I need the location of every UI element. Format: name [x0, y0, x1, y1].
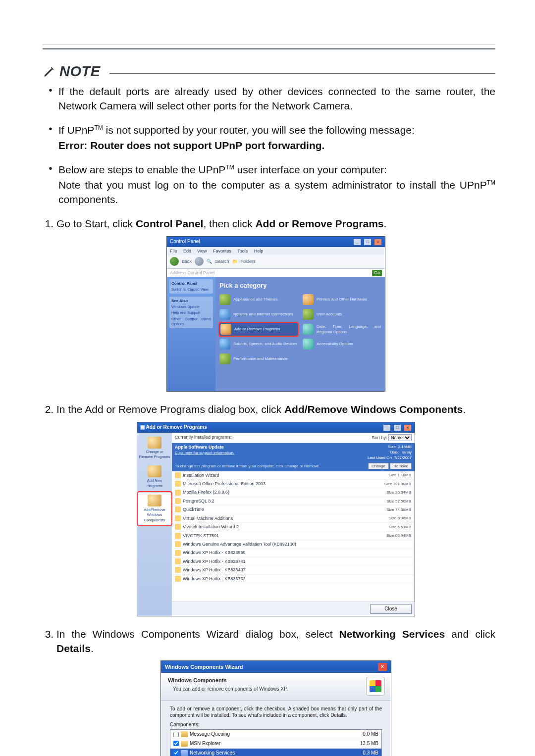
minimize-icon[interactable]: _ [383, 424, 391, 431]
program-row[interactable]: Windows XP Hotfix - KB828741 [172, 557, 414, 566]
component-row[interactable]: Networking Services0.3 MB [170, 749, 381, 756]
cat-add-remove-programs[interactable]: Add or Remove Programs [219, 323, 298, 336]
program-row[interactable]: Microsoft Office Professional Edition 20… [172, 480, 414, 488]
program-row[interactable]: Windows XP Hotfix - KB833407 [172, 566, 414, 574]
program-row[interactable]: Installation WizardSize 1.10MB [172, 471, 414, 480]
wiz-description: To add or remove a component, click the … [170, 706, 382, 718]
program-icon [175, 515, 181, 521]
arp-window-buttons: _ □ × [382, 424, 412, 431]
support-link[interactable]: Click here for support information. [175, 450, 234, 455]
cat-accessibility[interactable]: Accessibility Options [303, 338, 381, 351]
program-icon [175, 472, 181, 478]
go-button[interactable]: Go [372, 270, 382, 276]
program-icon [175, 481, 181, 487]
components-list[interactable]: Message Queuing0.0 MBMSN Explorer13.5 MB… [170, 729, 382, 756]
menu-file[interactable]: File [170, 249, 177, 253]
maximize-icon[interactable]: □ [393, 424, 401, 431]
program-name: Vivotek Installation Wizard 2 [183, 524, 239, 530]
cat-sounds[interactable]: Sounds, Speech, and Audio Devices [219, 338, 298, 351]
maximize-icon[interactable]: □ [364, 239, 372, 246]
note-rule [109, 73, 495, 74]
cat-appearance[interactable]: Appearance and Themes [219, 293, 298, 306]
cp-title: Control Panel [170, 238, 200, 245]
component-checkbox[interactable] [173, 750, 179, 756]
menu-view[interactable]: View [197, 249, 207, 253]
wiz-titlebar: Windows Components Wizard × [161, 661, 391, 673]
printers-icon [303, 294, 314, 305]
component-icon [181, 741, 188, 747]
side-add-remove-windows-comp[interactable]: Add/Remove Windows Components [138, 493, 171, 525]
component-checkbox[interactable] [173, 741, 179, 746]
program-row[interactable]: PostgreSQL 8.2Size 57.50MB [172, 497, 414, 505]
back-label[interactable]: Back [182, 258, 192, 264]
program-row[interactable]: VIVOTEK ST7501Size 66.94MB [172, 532, 414, 540]
menu-help[interactable]: Help [254, 249, 264, 253]
windows-comp-icon [148, 495, 161, 506]
cat-users[interactable]: User Accounts [303, 308, 381, 321]
cat-performance[interactable]: Performance and Maintenance [219, 353, 298, 365]
switch-classic-link[interactable]: Switch to Classic View [171, 287, 211, 292]
see-also-item[interactable]: Other Control Panel Options [171, 317, 211, 327]
program-row[interactable]: QuickTimeSize 74.39MB [172, 505, 414, 514]
close-button[interactable]: Close [370, 604, 412, 614]
search-label[interactable]: Search [215, 258, 229, 264]
component-row[interactable]: Message Queuing0.0 MB [170, 730, 381, 739]
menu-tools[interactable]: Tools [237, 249, 248, 253]
sort-by-select[interactable]: Name [388, 434, 412, 441]
close-icon[interactable]: × [374, 239, 382, 246]
forward-button-icon[interactable] [195, 257, 204, 266]
note-bullet-list: If the default ports are already used by… [43, 85, 495, 207]
pick-category-heading: Pick a category [219, 281, 381, 290]
currently-installed-label: Currently installed programs: [175, 434, 232, 441]
component-name: MSN Explorer [190, 740, 220, 747]
program-row[interactable]: Windows Genuine Advantage Validation Too… [172, 540, 414, 549]
side-change-remove[interactable]: Change or Remove Programs [138, 435, 171, 462]
change-button[interactable]: Change [368, 463, 389, 469]
cat-network[interactable]: Network and Internet Connections [219, 308, 298, 321]
arp-program-list[interactable]: Installation WizardSize 1.10MBMicrosoft … [172, 471, 415, 602]
component-size: 0.0 MB [363, 731, 378, 738]
figure-windows-components-wizard: Windows Components Wizard × Windows Comp… [160, 660, 391, 756]
cp-side-panel: Control Panel Switch to Classic View [169, 279, 213, 294]
selected-name: Apple Software Update [175, 444, 234, 450]
see-also-item[interactable]: Windows Update [171, 304, 211, 309]
program-size: Size 5.53MB [389, 524, 411, 530]
minimize-icon[interactable]: _ [353, 239, 361, 246]
program-row[interactable]: Virtual Machine AdditionsSize 0.98MB [172, 514, 414, 523]
menu-favorites[interactable]: Favorites [213, 249, 231, 253]
cat-date-time[interactable]: Date, Time, Language, and Regional Optio… [303, 323, 381, 336]
address-value[interactable]: Control Panel [188, 270, 215, 275]
program-row[interactable]: Vivotek Installation Wizard 2Size 5.53MB [172, 523, 414, 531]
program-icon [175, 576, 181, 582]
program-name: Microsoft Office Professional Edition 20… [183, 481, 266, 487]
change-remove-icon [148, 437, 161, 449]
program-row[interactable]: Mozilla Firefox (2.0.0.6)Size 20.34MB [172, 488, 414, 497]
folders-icon[interactable]: 📁 [232, 258, 238, 264]
back-button-icon[interactable] [170, 257, 179, 266]
wiz-title: Windows Components Wizard [165, 663, 243, 671]
program-size: Size 1.10MB [389, 472, 411, 478]
cp-side-header: Control Panel [171, 281, 211, 286]
steps-list: Go to Start, click Control Panel, then c… [43, 217, 495, 756]
menu-edit[interactable]: Edit [183, 249, 191, 253]
program-name: Windows Genuine Advantage Validation Too… [183, 541, 296, 547]
arp-selected-program[interactable]: Apple Software Update Click here for sup… [172, 443, 415, 461]
program-row[interactable]: Windows XP Hotfix - KB823559 [172, 549, 414, 557]
remove-button[interactable]: Remove [390, 463, 412, 469]
program-name: Windows XP Hotfix - KB823559 [183, 550, 245, 555]
component-checkbox[interactable] [173, 732, 179, 737]
users-icon [303, 309, 314, 320]
folders-label[interactable]: Folders [241, 258, 256, 264]
cat-printers[interactable]: Printers and Other Hardware [303, 293, 381, 306]
wiz-header-strip: Windows Components You can add or remove… [161, 673, 391, 701]
side-add-new[interactable]: Add New Programs [138, 463, 171, 491]
program-size: Size 20.34MB [386, 490, 411, 495]
see-also-item[interactable]: Help and Support [171, 310, 211, 315]
address-label: Address [170, 270, 186, 275]
component-size: 13.5 MB [360, 740, 378, 747]
search-icon[interactable]: 🔍 [207, 258, 212, 264]
component-row[interactable]: MSN Explorer13.5 MB [170, 739, 381, 749]
close-icon[interactable]: × [404, 424, 412, 431]
program-row[interactable]: Windows XP Hotfix - KB835732 [172, 575, 414, 583]
close-icon[interactable]: × [378, 663, 387, 671]
